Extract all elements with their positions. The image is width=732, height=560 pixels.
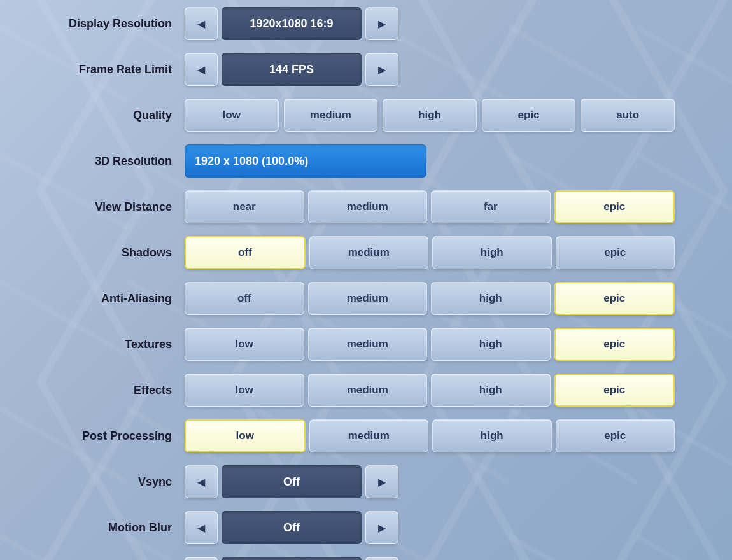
shadows-controls: off medium high epic bbox=[185, 236, 675, 269]
3d-resolution-controls: 1920 x 1080 (100.0%) bbox=[185, 144, 675, 178]
quality-label: Quality bbox=[57, 109, 185, 122]
post-processing-label: Post Processing bbox=[57, 430, 185, 443]
display-resolution-next[interactable]: ▶ bbox=[365, 7, 398, 40]
quality-epic[interactable]: epic bbox=[482, 99, 576, 132]
display-resolution-value: 1920x1080 16:9 bbox=[222, 7, 362, 40]
view-distance-controls: near medium far epic bbox=[185, 190, 675, 223]
post-processing-high[interactable]: high bbox=[432, 419, 552, 452]
display-resolution-label: Display Resolution bbox=[57, 17, 185, 31]
anti-aliasing-row: Anti-Aliasing off medium high epic bbox=[57, 280, 675, 317]
shadows-high[interactable]: high bbox=[432, 236, 552, 269]
shadows-off[interactable]: off bbox=[185, 236, 306, 269]
frame-rate-next[interactable]: ▶ bbox=[365, 53, 398, 86]
textures-high[interactable]: high bbox=[431, 328, 551, 361]
quality-medium[interactable]: medium bbox=[284, 99, 378, 132]
effects-row: Effects low medium high epic bbox=[57, 372, 675, 409]
motion-blur-next[interactable]: ▶ bbox=[365, 511, 398, 544]
post-processing-epic[interactable]: epic bbox=[556, 419, 675, 452]
quality-auto[interactable]: auto bbox=[581, 99, 675, 132]
vsync-prev[interactable]: ◀ bbox=[185, 465, 218, 498]
view-distance-row: View Distance near medium far epic bbox=[57, 188, 675, 225]
show-fps-prev[interactable]: ◀ bbox=[185, 557, 218, 560]
quality-row: Quality low medium high epic auto bbox=[57, 97, 675, 134]
show-fps-controls: ◀ On ▶ bbox=[185, 557, 675, 560]
motion-blur-prev[interactable]: ◀ bbox=[185, 511, 218, 544]
effects-label: Effects bbox=[57, 384, 185, 397]
shadows-label: Shadows bbox=[57, 246, 185, 260]
effects-high[interactable]: high bbox=[431, 374, 551, 407]
frame-rate-value: 144 FPS bbox=[222, 53, 362, 86]
motion-blur-controls: ◀ Off ▶ bbox=[185, 511, 675, 544]
shadows-epic[interactable]: epic bbox=[556, 236, 675, 269]
frame-rate-label: Frame Rate Limit bbox=[57, 63, 185, 76]
textures-row: Textures low medium high epic bbox=[57, 326, 675, 363]
view-distance-label: View Distance bbox=[57, 200, 185, 214]
frame-rate-prev[interactable]: ◀ bbox=[185, 53, 218, 86]
post-processing-low[interactable]: low bbox=[185, 419, 306, 452]
vsync-label: Vsync bbox=[57, 475, 185, 489]
anti-aliasing-medium[interactable]: medium bbox=[308, 282, 428, 315]
frame-rate-row: Frame Rate Limit ◀ 144 FPS ▶ bbox=[57, 51, 675, 88]
effects-medium[interactable]: medium bbox=[308, 374, 428, 407]
view-distance-epic[interactable]: epic bbox=[554, 190, 675, 223]
textures-epic[interactable]: epic bbox=[554, 328, 675, 361]
post-processing-row: Post Processing low medium high epic bbox=[57, 417, 675, 454]
textures-label: Textures bbox=[57, 338, 185, 351]
effects-controls: low medium high epic bbox=[185, 374, 675, 407]
post-processing-controls: low medium high epic bbox=[185, 419, 675, 452]
quality-controls: low medium high epic auto bbox=[185, 99, 675, 132]
vsync-next[interactable]: ▶ bbox=[365, 465, 398, 498]
motion-blur-value: Off bbox=[222, 511, 362, 544]
quality-high[interactable]: high bbox=[383, 99, 477, 132]
display-resolution-row: Display Resolution ◀ 1920x1080 16:9 ▶ bbox=[57, 5, 675, 42]
effects-epic[interactable]: epic bbox=[554, 374, 675, 407]
anti-aliasing-label: Anti-Aliasing bbox=[57, 292, 185, 305]
display-resolution-prev[interactable]: ◀ bbox=[185, 7, 218, 40]
show-fps-value: On bbox=[222, 557, 362, 560]
quality-low[interactable]: low bbox=[185, 99, 279, 132]
vsync-controls: ◀ Off ▶ bbox=[185, 465, 675, 498]
vsync-value: Off bbox=[222, 465, 362, 498]
show-fps-next[interactable]: ▶ bbox=[365, 557, 398, 560]
anti-aliasing-epic[interactable]: epic bbox=[554, 282, 675, 315]
shadows-row: Shadows off medium high epic bbox=[57, 234, 675, 271]
settings-panel: Window Mode ◀ Fullscreen ▶ Display Resol… bbox=[32, 0, 700, 560]
motion-blur-row: Motion Blur ◀ Off ▶ bbox=[57, 509, 675, 546]
motion-blur-label: Motion Blur bbox=[57, 521, 185, 535]
anti-aliasing-off[interactable]: off bbox=[185, 282, 304, 315]
view-distance-near[interactable]: near bbox=[185, 190, 304, 223]
show-fps-row: Show FPS ◀ On ▶ bbox=[57, 555, 675, 560]
view-distance-far[interactable]: far bbox=[431, 190, 551, 223]
post-processing-medium[interactable]: medium bbox=[309, 419, 429, 452]
view-distance-medium[interactable]: medium bbox=[308, 190, 428, 223]
textures-low[interactable]: low bbox=[185, 328, 304, 361]
textures-controls: low medium high epic bbox=[185, 328, 675, 361]
shadows-medium[interactable]: medium bbox=[309, 236, 429, 269]
anti-aliasing-controls: off medium high epic bbox=[185, 282, 675, 315]
effects-low[interactable]: low bbox=[185, 374, 304, 407]
frame-rate-controls: ◀ 144 FPS ▶ bbox=[185, 53, 675, 86]
vsync-row: Vsync ◀ Off ▶ bbox=[57, 463, 675, 500]
anti-aliasing-high[interactable]: high bbox=[431, 282, 551, 315]
3d-resolution-value: 1920 x 1080 (100.0%) bbox=[185, 144, 426, 178]
3d-resolution-row: 3D Resolution 1920 x 1080 (100.0%) bbox=[57, 143, 675, 179]
3d-resolution-label: 3D Resolution bbox=[57, 155, 185, 168]
textures-medium[interactable]: medium bbox=[308, 328, 428, 361]
display-resolution-controls: ◀ 1920x1080 16:9 ▶ bbox=[185, 7, 675, 40]
